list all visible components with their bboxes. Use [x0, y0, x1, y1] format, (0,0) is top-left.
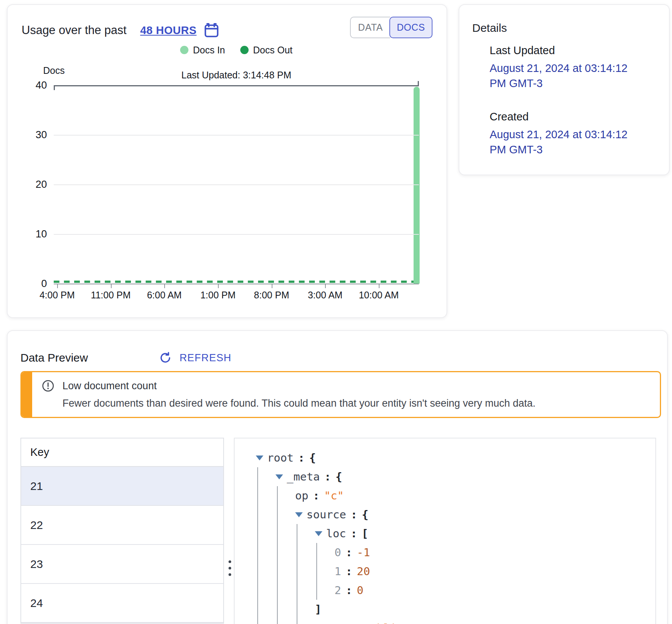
close-bracket: ] — [315, 603, 321, 616]
details-fields: Last UpdatedAugust 21, 2024 at 03:14:12 … — [490, 44, 656, 157]
json-key: root — [267, 451, 294, 464]
indent-guide — [295, 543, 315, 562]
legend-label: Docs Out — [253, 45, 292, 56]
details-field-label: Last Updated — [490, 44, 656, 57]
json-tree-line: 0:-1 — [235, 543, 655, 562]
refresh-button[interactable]: REFRESH — [158, 351, 231, 365]
data-preview-card: Data Preview REFRESH — [7, 330, 668, 624]
panel-resize-handle[interactable] — [226, 558, 233, 578]
indent-guide — [256, 505, 275, 524]
open-bracket: { — [362, 508, 368, 521]
indent-guide — [275, 619, 295, 624]
collapse-arrow-icon[interactable] — [315, 531, 326, 536]
details-card: Details Last UpdatedAugust 21, 2024 at 0… — [459, 4, 670, 175]
collapse-arrow-icon[interactable] — [275, 474, 287, 479]
docs-out-zero-line — [54, 281, 419, 283]
json-value: "c" — [324, 489, 344, 502]
collapse-arrow-icon[interactable] — [295, 512, 306, 517]
key-value-separator: : — [345, 565, 352, 578]
x-tick-label: 4:00 PM — [39, 290, 75, 301]
json-tree-line: ] — [235, 600, 655, 619]
indent-guide — [275, 543, 295, 562]
x-tick-label: 3:00 AM — [308, 290, 342, 301]
collapse-arrow-icon[interactable] — [256, 456, 267, 460]
indent-guide — [315, 543, 334, 562]
json-key: 0 — [334, 546, 341, 559]
json-value: 0 — [357, 584, 363, 597]
y-tick-label: 40 — [20, 79, 47, 91]
indent-guide — [256, 467, 275, 486]
gridline — [54, 184, 419, 185]
key-value-separator: : — [298, 451, 305, 464]
data-toggle-button[interactable]: DATA — [350, 17, 390, 38]
gridline — [54, 284, 419, 284]
indent-guide — [256, 619, 275, 624]
preview-header: Data Preview REFRESH — [20, 351, 232, 365]
table-row[interactable]: 24 — [21, 584, 223, 623]
indent-guide — [256, 581, 275, 600]
json-tree-line: op:"c" — [235, 486, 655, 505]
indent-guide — [256, 543, 275, 562]
chart-legend: Docs InDocs Out — [54, 44, 419, 56]
open-bracket: { — [309, 451, 316, 464]
legend-item[interactable]: Docs Out — [240, 45, 292, 56]
indent-guide — [275, 581, 295, 600]
warning-body: Fewer documents than desired were found.… — [62, 398, 535, 409]
table-row[interactable]: 22 — [21, 506, 223, 545]
json-value: "public" — [357, 622, 410, 624]
key-value-separator: : — [345, 584, 352, 597]
json-tree-line: name:"public" — [235, 619, 655, 624]
details-field-label: Created — [490, 111, 656, 123]
indent-guide — [275, 524, 295, 543]
key-value-separator: : — [346, 622, 352, 624]
indent-guide — [295, 524, 315, 543]
chart-plot: 4030201004:00 PM11:00 PM6:00 AM1:00 PM8:… — [54, 85, 419, 284]
table-row[interactable]: 23 — [21, 545, 223, 584]
docs-toggle-button[interactable]: DOCS — [389, 17, 432, 38]
x-tick-label: 8:00 PM — [254, 290, 289, 301]
x-tick — [325, 284, 326, 288]
warning-content: Low document count Fewer documents than … — [32, 372, 535, 417]
indent-guide — [256, 486, 275, 505]
details-title: Details — [472, 22, 507, 34]
gridline — [54, 85, 419, 86]
legend-item[interactable]: Docs In — [180, 45, 225, 56]
details-field-value: August 21, 2024 at 03:14:12 PM GMT-3 — [490, 61, 645, 91]
indent-guide — [315, 581, 334, 600]
chart-title: Last Updated: 3:14:48 PM — [54, 69, 419, 81]
indent-guide — [256, 562, 275, 581]
key-value-separator: : — [313, 489, 319, 502]
json-tree-line: source:{ — [235, 505, 655, 524]
data-docs-toggle: DATA DOCS — [350, 17, 432, 38]
usage-card-header: Usage over the past 48 HOURS — [22, 22, 220, 39]
y-tick-label: 0 — [20, 278, 47, 290]
json-tree-line: 2:0 — [235, 581, 655, 600]
key-value-separator: : — [324, 470, 331, 483]
json-tree-line: root:{ — [235, 448, 655, 467]
page: Usage over the past 48 HOURS DATA DOCS D… — [0, 0, 672, 624]
usage-card: Usage over the past 48 HOURS DATA DOCS D… — [7, 4, 447, 318]
json-key: 2 — [334, 584, 341, 597]
json-tree-line: 1:20 — [235, 562, 655, 581]
usage-title: Usage over the past — [22, 23, 126, 37]
calendar-range-icon[interactable] — [203, 22, 220, 39]
warning-accent-bar — [22, 372, 32, 417]
json-tree-line: loc:[ — [235, 524, 655, 543]
time-range-link[interactable]: 48 HOURS — [140, 24, 196, 37]
table-row[interactable]: 21 — [21, 467, 223, 506]
y-tick-label: 30 — [20, 129, 47, 141]
indent-guide — [275, 600, 295, 619]
warning-banner: Low document count Fewer documents than … — [20, 371, 661, 418]
details-field: Last UpdatedAugust 21, 2024 at 03:14:12 … — [490, 44, 656, 91]
indent-guide — [295, 600, 315, 619]
json-key: name — [315, 622, 341, 624]
indent-guide — [315, 562, 334, 581]
legend-dot — [180, 46, 188, 54]
details-field: CreatedAugust 21, 2024 at 03:14:12 PM GM… — [490, 111, 656, 157]
indent-guide — [256, 524, 275, 543]
x-tick — [57, 284, 58, 288]
indent-guide — [275, 505, 295, 524]
x-tick — [379, 284, 380, 288]
warning-icon — [41, 379, 55, 393]
x-tick-label: 6:00 AM — [147, 290, 182, 301]
